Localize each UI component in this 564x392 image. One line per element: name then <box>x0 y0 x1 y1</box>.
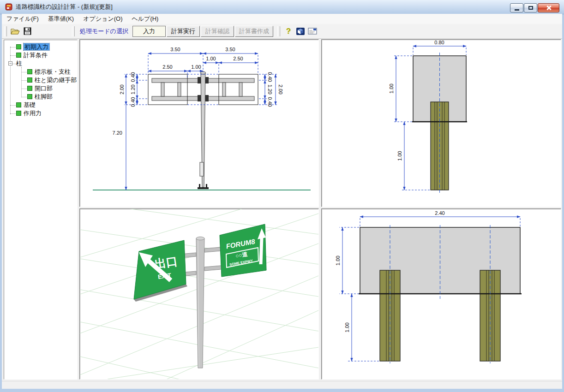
beam <box>205 96 254 101</box>
node-icon <box>27 77 32 83</box>
dim-label: 1.00 <box>389 83 394 93</box>
hand-hole <box>200 162 204 176</box>
forum8-cube-icon <box>296 27 305 36</box>
toolbar-grip <box>277 26 280 36</box>
tree-item-label: 標示板・支柱 <box>35 68 71 75</box>
stiffener <box>222 83 226 96</box>
dim-label: 1.00 <box>344 322 350 332</box>
tree-item-foundation[interactable]: 基礎 <box>4 101 77 109</box>
forum8-help-button[interactable] <box>295 26 306 37</box>
tree-item-label: 開口部 <box>35 85 53 92</box>
pole-cap-3d <box>196 237 204 240</box>
menu-help[interactable]: ヘルプ(H) <box>127 14 163 24</box>
dim-label: 2.50 <box>162 64 172 70</box>
open-file-button[interactable] <box>10 26 21 37</box>
dim-label: 0.40 <box>130 72 136 82</box>
run-calculation-button[interactable]: 計算実行 <box>167 26 200 37</box>
foundation-front-panel: 2.40 1.00 1.00 <box>321 208 561 380</box>
dim-label: 0.80 <box>434 40 444 45</box>
beam <box>152 78 201 83</box>
dim-label: 1.20 <box>130 84 136 94</box>
dim-label: 3.50 <box>170 47 180 52</box>
stiffener <box>239 83 242 96</box>
toolbar-grip <box>72 26 75 36</box>
foundation-side-drawing: 0.80 1.00 1.00 <box>322 40 561 207</box>
save-icon <box>24 27 31 35</box>
collapse-icon[interactable]: − <box>8 61 12 65</box>
tree-item-calc-conditions[interactable]: 計算条件 <box>4 51 77 59</box>
dim-label: 1.20 <box>267 84 273 94</box>
save-button[interactable] <box>22 26 33 37</box>
node-icon <box>27 86 32 91</box>
tree-item-sign-board[interactable]: 標示板・支柱 <box>4 68 77 76</box>
toolbar-grip <box>4 26 7 36</box>
tree-item-column-base[interactable]: 柱脚部 <box>4 93 77 101</box>
tree-item-acting-force[interactable]: 作用力 <box>4 109 77 118</box>
menu-options[interactable]: オプション(O) <box>78 14 127 24</box>
front-elevation-panel: 3.50 3.50 1.00 2.50 2.50 1.00 2.00 0.40 … <box>79 39 319 207</box>
dim-label: 0.40 <box>130 97 136 107</box>
menu-file[interactable]: ファイル(F) <box>2 14 43 24</box>
open-file-icon <box>11 28 20 35</box>
close-icon <box>546 5 552 11</box>
window-title: 道路標識柱の設計計算 - (新規)[更新] <box>16 3 113 11</box>
node-icon <box>16 111 21 116</box>
tree-item-column[interactable]: −柱 <box>4 59 77 68</box>
menu-bar: ファイル(F) 基準値(K) オプション(O) ヘルプ(H) <box>2 14 562 24</box>
dim-label: 2.00 <box>278 84 283 94</box>
tree-item-opening[interactable]: 開口部 <box>4 84 77 93</box>
input-mode-button[interactable]: 入力 <box>132 26 166 37</box>
tree-item-label: 柱 <box>16 60 22 67</box>
app-icon <box>5 3 13 11</box>
status-bar <box>2 381 562 389</box>
titlebar: 道路標識柱の設計計算 - (新規)[更新] <box>0 0 564 14</box>
navigation-tree: 初期入力 計算条件 −柱 標示板・支柱 柱と梁の継手部 開口部 柱脚部 基礎 作… <box>4 40 78 380</box>
foundation-front-drawing: 2.40 1.00 1.00 <box>322 209 561 379</box>
tree-item-label: 作用力 <box>24 110 42 117</box>
dim-label: 1.00 <box>206 56 216 61</box>
dim-label: 1.00 <box>191 64 201 70</box>
dim-label: 7.20 <box>113 130 122 136</box>
route-arrow <box>261 238 262 264</box>
help-icon: ? <box>286 27 291 36</box>
node-icon <box>27 94 32 99</box>
view3d-panel[interactable]: 出口 EXIT FORUM8 ○○道 SOME EXPWY <box>79 208 319 380</box>
dim-label: 2.00 <box>119 84 125 94</box>
tree-item-label: 柱と梁の継手部 <box>35 77 77 83</box>
dim-label: 0.40 <box>267 97 273 107</box>
beam <box>205 78 254 83</box>
tree-item-label: 初期入力 <box>24 43 49 50</box>
node-icon <box>16 102 21 107</box>
maximize-icon <box>528 6 533 10</box>
menu-standard-values[interactable]: 基準値(K) <box>43 14 78 24</box>
pole-3d <box>196 238 204 368</box>
dim-label: 1.00 <box>335 255 341 265</box>
dim-label: 2.40 <box>435 210 444 216</box>
front-elevation-drawing: 3.50 3.50 1.00 2.50 2.50 1.00 2.00 0.40 … <box>80 40 318 207</box>
node-icon <box>16 44 21 49</box>
maximize-button[interactable] <box>524 3 537 12</box>
stiffener <box>161 83 164 96</box>
dim-label: 2.50 <box>233 56 243 61</box>
minimize-icon <box>515 9 519 11</box>
node-icon <box>16 53 21 58</box>
dim-label: 1.00 <box>397 151 402 160</box>
minimize-button[interactable] <box>510 3 523 12</box>
dim-label: 0.40 <box>267 72 273 82</box>
create-report-button: 計算書作成 <box>235 26 273 37</box>
base-plate <box>198 187 209 189</box>
view3d-drawing: 出口 EXIT FORUM8 ○○道 SOME EXPWY <box>80 209 318 379</box>
toolbar: 処理モードの選択 入力 計算実行 計算確認 計算書作成 ? <box>2 24 562 39</box>
tree-item-label: 計算条件 <box>24 52 48 59</box>
beam <box>152 96 201 101</box>
foundation-side-panel: 0.80 1.00 1.00 <box>321 39 561 207</box>
tree-item-label: 柱脚部 <box>35 93 53 100</box>
info-window-button[interactable] <box>307 26 318 37</box>
close-button[interactable] <box>538 3 559 12</box>
node-icon <box>27 69 32 74</box>
help-button[interactable]: ? <box>283 26 294 37</box>
check-calculation-button: 計算確認 <box>201 26 234 37</box>
tree-item-joint[interactable]: 柱と梁の継手部 <box>4 76 77 84</box>
tree-item-initial-input[interactable]: 初期入力 <box>4 43 77 51</box>
info-window-icon <box>308 28 317 35</box>
